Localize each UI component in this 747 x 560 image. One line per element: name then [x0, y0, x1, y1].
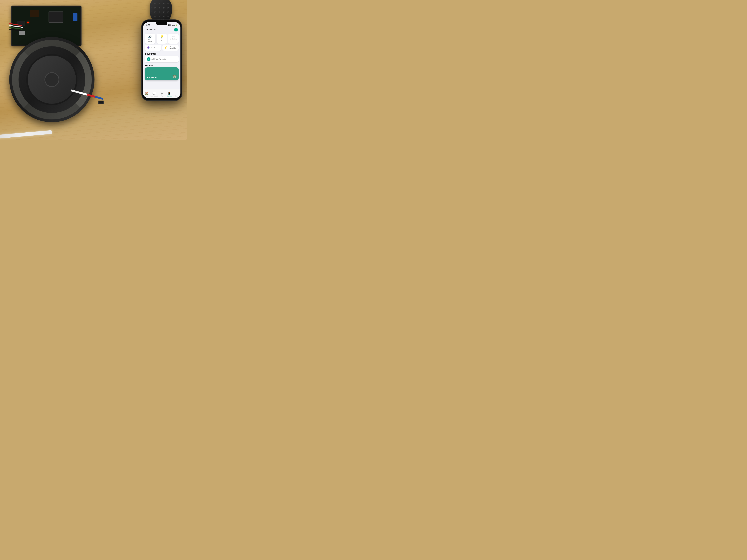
- devices-tab-label: Devices: [167, 96, 172, 97]
- hunches-label: Hunches: [151, 47, 157, 49]
- lights-tile[interactable]: 💡 Lights: [157, 34, 167, 44]
- app-title: DEVICES: [146, 28, 156, 31]
- pcb-sub-chip: [30, 10, 39, 17]
- pcb-main-chip: [49, 11, 63, 23]
- home-tab-label: Home: [145, 96, 149, 97]
- favourites-header: Favourites: [143, 52, 180, 56]
- wire-bundle: [9, 24, 24, 35]
- feature-grid: 🔮 Hunches ⚡ Energy Dashboard: [143, 45, 180, 52]
- tab-home[interactable]: 🏠 Home: [143, 91, 150, 97]
- phone-notch: [156, 22, 167, 25]
- all-devices-icon: •••: [172, 35, 175, 37]
- play-tab-icon: ▶: [161, 91, 163, 95]
- more-tab-label: More: [175, 96, 178, 97]
- add-favourite-label: Add New Favourite: [152, 58, 166, 60]
- bedroom-label: Bedroom: [145, 75, 159, 80]
- led-strip-reel: [9, 37, 95, 122]
- lights-tile-label: Lights: [160, 39, 163, 41]
- tab-play[interactable]: ▶ Play: [158, 91, 166, 97]
- tab-devices[interactable]: 📱 Devices: [166, 91, 173, 97]
- app-header: DEVICES +: [143, 27, 180, 33]
- energy-label: Energy Dashboard: [168, 46, 177, 49]
- add-favourite-tile[interactable]: + Add New Favourite: [145, 56, 179, 62]
- red-led-indicator: [27, 22, 29, 23]
- devices-tab-icon: 📱: [168, 91, 171, 95]
- tab-communicate[interactable]: 💬 Communicate: [150, 91, 158, 97]
- reel-outer-ring: [9, 37, 95, 122]
- hunches-tile[interactable]: 🔮 Hunches: [145, 45, 161, 51]
- groups-header: Groups: [143, 63, 180, 68]
- bedroom-group-tile[interactable]: Bedroom 🏠: [145, 68, 179, 80]
- tab-bar: 🏠 Home 💬 Communicate ▶ Play 📱 Devices ☰: [143, 89, 180, 98]
- energy-icon: ⚡: [164, 46, 167, 49]
- device-grid: 🔊 Echo & Alexa 💡 Lights ••• All Devices: [143, 33, 180, 45]
- echo-icon: 🔊: [148, 35, 152, 38]
- communicate-tab-label: Communicate: [150, 96, 158, 97]
- play-tab-label: Play: [161, 96, 163, 97]
- status-time: 3:38: [146, 24, 150, 26]
- phone-screen: 3:38 ▐▐▐ WiFi 🔋 DEVICES + 🔊 Echo & Alexa: [143, 22, 180, 98]
- phone-body: 3:38 ▐▐▐ WiFi 🔋 DEVICES + 🔊 Echo & Alexa: [141, 20, 182, 101]
- tab-more[interactable]: ☰ More: [173, 91, 180, 97]
- energy-dashboard-tile[interactable]: ⚡ Energy Dashboard: [162, 45, 179, 51]
- reel-strip-layer: [12, 40, 92, 119]
- status-icons: ▐▐▐ WiFi 🔋: [168, 24, 177, 26]
- hunches-icon: 🔮: [147, 46, 150, 49]
- wifi-icon: WiFi: [172, 24, 175, 26]
- echo-alexa-tile[interactable]: 🔊 Echo & Alexa: [145, 34, 155, 44]
- echo-tile-label: Echo & Alexa: [146, 39, 154, 43]
- connector-plug: [98, 101, 104, 104]
- all-devices-label: All Devices: [170, 38, 177, 40]
- smartphone: 3:38 ▐▐▐ WiFi 🔋 DEVICES + 🔊 Echo & Alexa: [141, 20, 182, 101]
- add-device-button[interactable]: +: [174, 28, 178, 31]
- more-tab-icon: ☰: [176, 91, 178, 95]
- battery-icon: 🔋: [175, 24, 177, 26]
- blue-connector: [73, 14, 77, 21]
- lights-icon: 💡: [160, 35, 163, 38]
- signal-icon: ▐▐▐: [168, 24, 171, 26]
- bedroom-devices-icon: 🏠: [173, 75, 177, 79]
- home-tab-icon: 🏠: [145, 91, 149, 95]
- communicate-tab-icon: 💬: [153, 91, 156, 95]
- add-favourite-icon: +: [147, 57, 150, 61]
- all-devices-tile[interactable]: ••• All Devices: [168, 34, 179, 44]
